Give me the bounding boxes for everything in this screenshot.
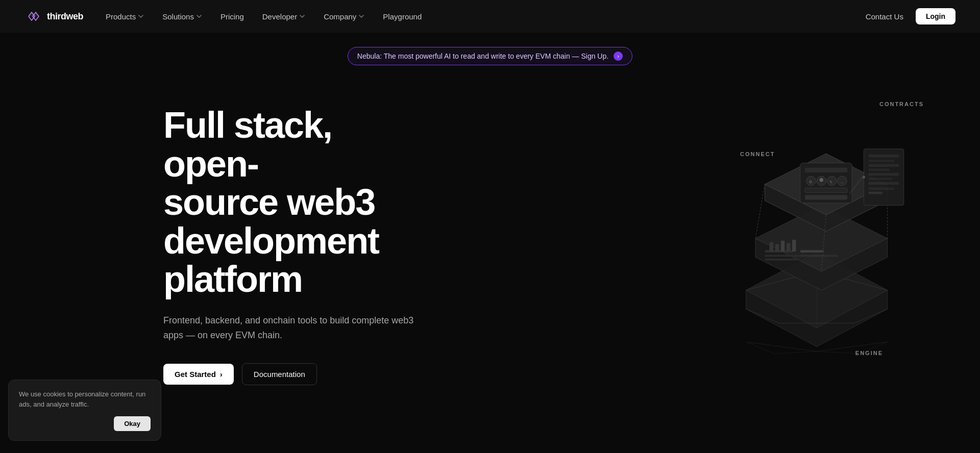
svg-rect-40 [869,160,895,162]
isometric-illustration: G 𝕏 … [689,111,944,356]
svg-rect-33 [805,188,847,192]
banner-arrow-icon: › [614,52,623,61]
nav-developer[interactable]: Developer [254,8,313,25]
documentation-button[interactable]: Documentation [242,363,317,385]
logo[interactable]: thirdweb [24,7,83,26]
svg-text:𝕏: 𝕏 [829,180,832,184]
nav-products[interactable]: Products [97,8,152,25]
nav-company[interactable]: Company [315,8,373,25]
svg-rect-15 [800,255,838,257]
label-contracts: CONTRACTS [879,101,924,107]
nav-left: thirdweb Products Solutions Pricing Deve… [24,7,430,26]
chevron-down-icon [196,13,202,19]
svg-line-55 [817,351,859,354]
svg-rect-44 [869,178,892,180]
svg-point-28 [820,178,823,182]
nav-pricing[interactable]: Pricing [212,8,252,25]
hero-subtitle: Frontend, backend, and onchain tools to … [163,313,429,343]
nav-solutions[interactable]: Solutions [154,8,210,25]
chevron-down-icon [299,13,305,19]
svg-rect-47 [869,192,883,194]
svg-rect-20 [792,240,796,251]
svg-text:…: … [840,180,844,184]
get-started-button[interactable]: Get Started › [163,364,234,385]
logo-text: thirdweb [47,11,83,22]
svg-line-51 [817,342,887,351]
chevron-down-icon [358,13,364,19]
svg-rect-14 [800,250,824,253]
svg-rect-46 [869,188,895,190]
svg-rect-24 [805,168,847,172]
nav-right: Contact Us Login [860,8,955,25]
logo-icon [24,7,43,26]
arrow-icon: › [220,370,223,379]
hero-content: Full stack, open- source web3 developmen… [163,96,429,385]
svg-rect-13 [765,259,798,261]
cookie-okay-button[interactable]: Okay [114,416,151,431]
banner-wrap: Nebula: The most powerful AI to read and… [0,33,980,65]
svg-rect-42 [869,169,890,171]
svg-rect-18 [781,241,785,251]
svg-rect-43 [869,173,899,176]
hero-title: Full stack, open- source web3 developmen… [163,106,429,299]
svg-rect-17 [775,244,779,251]
svg-rect-38 [864,149,903,206]
svg-line-35 [755,184,765,238]
cookie-notice: We use cookies to personalize content, r… [8,380,161,441]
svg-rect-16 [770,242,773,251]
svg-rect-39 [869,155,899,158]
nebula-banner[interactable]: Nebula: The most powerful AI to read and… [348,47,632,65]
nav-playground[interactable]: Playground [375,8,430,25]
svg-text:G: G [809,180,812,184]
contact-us-button[interactable]: Contact Us [860,8,910,25]
svg-point-48 [863,175,866,179]
svg-rect-45 [869,182,899,185]
svg-line-54 [774,351,817,354]
hero-diagram: CONTRACTS CONNECT ENGINE [689,86,944,382]
hero-buttons: Get Started › Documentation [163,363,429,385]
chevron-down-icon [138,13,144,19]
navbar: thirdweb Products Solutions Pricing Deve… [0,0,980,33]
svg-rect-41 [869,164,899,167]
svg-rect-34 [805,195,847,199]
svg-rect-19 [787,243,790,251]
svg-line-50 [746,342,817,351]
login-button[interactable]: Login [916,8,955,24]
cookie-text: We use cookies to personalize content, r… [19,389,151,409]
